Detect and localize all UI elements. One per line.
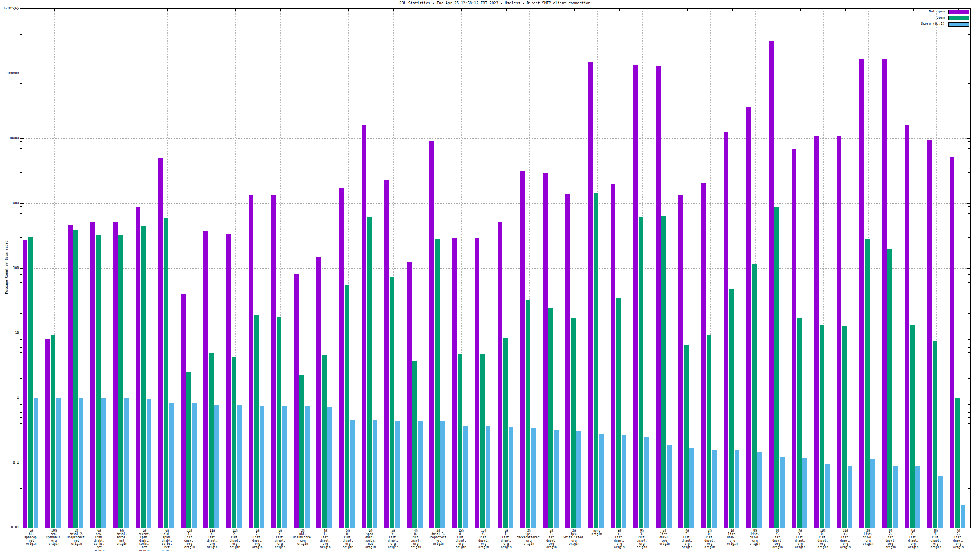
x-category-line: org — [843, 542, 848, 546]
bar-not-spam — [339, 188, 344, 528]
x-category-line: 2@ — [301, 529, 304, 532]
x-category-line: zen. — [50, 532, 57, 536]
x-category-line: dnswl. — [862, 536, 873, 539]
x-category-line: 3@ — [617, 529, 621, 532]
x-tick-top — [461, 9, 461, 11]
y-minor-tick-right — [968, 283, 970, 283]
bar-not-spam — [498, 222, 503, 528]
x-category-line: 6@ — [120, 529, 124, 532]
bar-score-0-1- — [848, 466, 853, 528]
x-category-line: none — [593, 529, 600, 532]
x-category-line: 6@ — [97, 529, 101, 532]
y-minor-tick-right — [968, 417, 970, 418]
x-category-label: 6@old.spam.dnsbl.sorbs.netorigin — [156, 529, 178, 551]
y-minor-tick-left — [21, 144, 22, 145]
bar-not-spam — [45, 339, 50, 528]
x-category-line: 15@ — [481, 529, 486, 532]
x-category-line: dnswl. — [207, 539, 218, 542]
bar-spam — [390, 277, 395, 528]
y-major-tick-left — [21, 74, 24, 74]
x-category-line: 9@ — [934, 529, 938, 532]
y-minor-tick-left — [21, 141, 22, 142]
x-category-label: 2@ubl.unsubscore.comorigin — [291, 529, 314, 546]
bar-not-spam — [950, 157, 955, 528]
y-major-tick-right — [967, 138, 970, 139]
x-category-line: 3. — [640, 532, 644, 536]
x-category-line: 11@ — [210, 529, 215, 532]
y-minor-tick-right — [968, 76, 970, 77]
y-minor-tick-left — [21, 508, 22, 508]
x-category-line: net — [74, 539, 79, 542]
bar-not-spam — [158, 158, 163, 528]
x-category-label: 3@list.dnswl.orgorigin — [653, 529, 676, 546]
bar-score-0-1- — [576, 431, 581, 528]
x-category-line: org — [232, 542, 237, 546]
x-category-line: origin — [546, 546, 557, 549]
x-category-line: 0. — [346, 532, 350, 536]
y-major-tick-right — [967, 268, 970, 268]
x-category-line: 1. — [550, 532, 554, 536]
y-minor-tick-right — [968, 313, 970, 314]
y-minor-tick-left — [21, 184, 22, 184]
x-tick-top — [100, 9, 100, 11]
x-category-line: 4@ — [414, 529, 418, 532]
x-tick-top — [755, 9, 756, 11]
x-category-line: 1. — [934, 532, 938, 536]
y-minor-tick-right — [968, 93, 970, 93]
x-category-line: 9@ — [889, 529, 892, 532]
x-category-label: 2@bl.spamcop.netorigin — [20, 529, 43, 546]
x-category-label: 2@ips.whitelisted.orgorigin — [563, 529, 585, 546]
y-minor-tick-left — [21, 353, 22, 353]
x-category-label: 2@ips.backscatterer.orgorigin — [518, 529, 540, 546]
x-category-line: dnsbl. — [365, 536, 376, 539]
bar-score-0-1- — [757, 451, 762, 528]
x-category-line: origin — [230, 546, 240, 549]
x-tick-top — [506, 9, 507, 11]
y-tick-label: 0.01 — [1, 526, 19, 529]
x-category-line: origin — [818, 546, 828, 549]
x-category-line: dnswl. — [252, 539, 263, 542]
x-category-line: origin — [885, 546, 896, 549]
x-category-line: origin — [433, 542, 444, 546]
legend-row: Score (0..1) — [880, 22, 970, 26]
x-category-line: dnswl. — [546, 539, 557, 542]
x-category-line: org — [413, 542, 418, 546]
y-minor-tick-left — [21, 88, 22, 88]
y-minor-tick-left — [21, 249, 22, 249]
bar-not-spam — [317, 257, 321, 528]
x-category-line: origin — [343, 546, 353, 549]
y-minor-tick-right — [968, 210, 970, 210]
x-category-line: 9@ — [912, 529, 915, 532]
y-minor-tick-right — [968, 15, 970, 15]
bar-score-0-1- — [599, 433, 604, 528]
bar-not-spam — [701, 183, 706, 528]
x-category-line: dnswl. — [501, 539, 512, 542]
x-category-line: 2@ — [437, 529, 441, 532]
x-category-line: ips. — [571, 532, 578, 536]
x-category-label: 6@Y.list.dnswl.orgorigin — [269, 529, 291, 549]
x-category-label: noneorigin — [585, 529, 608, 536]
x-tick-top — [303, 9, 303, 11]
bar-score-0-1- — [961, 505, 966, 528]
bar-spam — [96, 235, 100, 528]
y-minor-tick-left — [21, 302, 22, 302]
y-minor-tick-left — [21, 213, 22, 214]
x-category-line: list. — [751, 532, 759, 536]
bar-score-0-1- — [305, 407, 310, 528]
x-tick-top — [619, 9, 620, 11]
x-category-label: 2@dnsbl-2.uceprotect.netorigin — [65, 529, 88, 546]
x-category-line: dnswl. — [840, 539, 851, 542]
y-minor-tick-left — [21, 283, 22, 283]
x-category-line: Y. — [210, 532, 214, 536]
x-category-line: 11@ — [232, 529, 237, 532]
x-category-line: origin — [682, 546, 692, 549]
bar-not-spam — [135, 207, 140, 528]
x-category-line: 6@ — [256, 529, 259, 532]
x-category-line: origin — [456, 546, 466, 549]
y-minor-tick-right — [968, 108, 970, 108]
x-category-line: list. — [231, 536, 239, 539]
bar-score-0-1- — [169, 403, 174, 528]
bar-score-0-1- — [350, 420, 355, 528]
x-category-label: 2@dnsbl-3.uceprotect.netorigin — [427, 529, 450, 546]
x-category-line: 5@ — [504, 529, 508, 532]
